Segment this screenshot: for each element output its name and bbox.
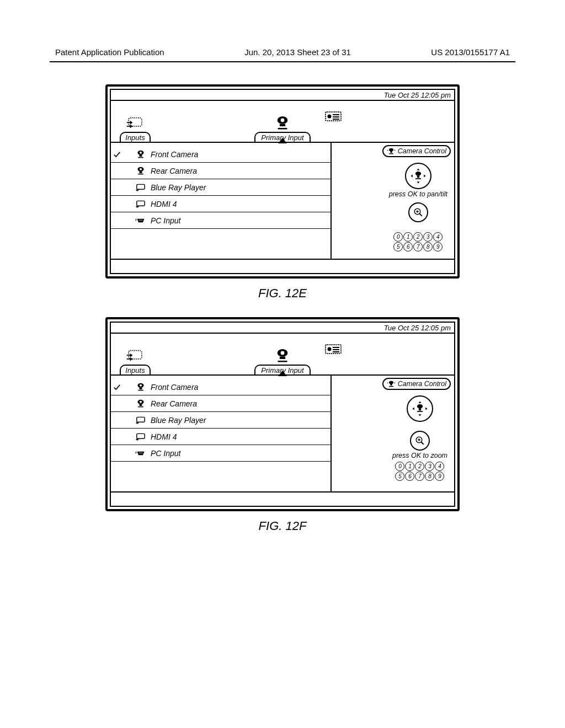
- svg-rect-39: [138, 389, 143, 390]
- status-time: Tue Oct 25 12:05 pm: [384, 91, 451, 99]
- camera-control-badge[interactable]: Camera Control: [382, 145, 451, 157]
- list-item[interactable]: Blue Ray Player: [111, 412, 331, 429]
- svg-point-52: [417, 404, 423, 409]
- figure-12e: Tue Oct 25 12:05 pm Inputs Primary Input: [0, 84, 565, 301]
- preset-button[interactable]: 9: [435, 472, 444, 481]
- device-frame: Tue Oct 25 12:05 pm Inputs Primary Input: [105, 84, 460, 279]
- list-item[interactable]: Front Camera: [111, 146, 331, 163]
- presets: 0 1 2 3 4 5 6 7 8: [395, 462, 444, 481]
- preset-button[interactable]: 5: [395, 472, 404, 481]
- svg-rect-5: [333, 114, 339, 115]
- pan-tilt-button[interactable]: [405, 163, 431, 189]
- list-item[interactable]: Rear Camera: [111, 395, 331, 412]
- pan-tilt-icon: [411, 399, 429, 418]
- svg-rect-35: [333, 351, 339, 352]
- svg-point-46: [139, 452, 140, 453]
- figure-caption: FIG. 12F: [259, 519, 307, 533]
- input-list: Front Camera Rear Camera Blue Ray Player: [111, 143, 332, 259]
- svg-point-21: [389, 148, 393, 152]
- keyboard-icon[interactable]: [325, 110, 342, 122]
- preset-button[interactable]: 2: [413, 232, 423, 242]
- svg-rect-50: [390, 384, 392, 386]
- webcam-icon: [273, 348, 292, 363]
- list-item-label: Front Camera: [151, 383, 198, 392]
- preset-button[interactable]: 3: [423, 232, 433, 242]
- bottom-bar: [111, 491, 454, 506]
- status-time: Tue Oct 25 12:05 pm: [384, 324, 451, 332]
- list-item-label: HDMI 4: [151, 432, 177, 441]
- svg-rect-16: [137, 184, 145, 189]
- svg-point-30: [281, 351, 285, 355]
- figure-12f: Tue Oct 25 12:05 pm Inputs Primary Input: [0, 317, 565, 533]
- preset-button[interactable]: 5: [393, 242, 403, 251]
- svg-rect-6: [333, 116, 339, 117]
- camera-control-panel: Camera Control press OK to pan/tilt: [332, 143, 454, 259]
- hdmi-icon: [135, 432, 146, 441]
- svg-rect-42: [140, 404, 142, 405]
- list-item[interactable]: HDMI 4: [111, 196, 331, 212]
- webcam-icon: [273, 115, 292, 131]
- list-item[interactable]: Front Camera: [111, 379, 331, 395]
- zoom-in-icon: [415, 436, 425, 446]
- svg-rect-51: [389, 386, 393, 387]
- svg-rect-23: [389, 153, 393, 154]
- camera-control-icon: [387, 380, 396, 388]
- vga-icon: [135, 216, 146, 225]
- list-item-label: Blue Ray Player: [151, 416, 206, 425]
- tab-inputs[interactable]: Inputs: [113, 348, 157, 374]
- list-item[interactable]: PC Input: [111, 445, 331, 462]
- preset-button[interactable]: 2: [415, 462, 424, 471]
- preset-button[interactable]: 6: [405, 472, 414, 481]
- list-item-label: Rear Camera: [151, 399, 197, 408]
- list-item[interactable]: Blue Ray Player: [111, 179, 331, 196]
- preset-button[interactable]: 9: [433, 242, 443, 251]
- preset-button[interactable]: 1: [405, 462, 414, 471]
- list-item[interactable]: HDMI 4: [111, 429, 331, 445]
- inputs-icon: [126, 115, 145, 131]
- list-item[interactable]: Rear Camera: [111, 163, 331, 179]
- tab-inputs[interactable]: Inputs: [113, 115, 157, 142]
- svg-rect-11: [138, 157, 143, 158]
- preset-button[interactable]: 6: [403, 242, 413, 251]
- svg-rect-45: [137, 433, 145, 438]
- header-rule: [50, 61, 515, 62]
- svg-point-32: [328, 347, 332, 351]
- svg-point-41: [140, 400, 142, 403]
- list-item-label: Rear Camera: [151, 167, 197, 175]
- preset-button[interactable]: 7: [415, 472, 424, 481]
- preset-button[interactable]: 8: [423, 242, 433, 251]
- preset-button[interactable]: 0: [393, 232, 403, 242]
- preset-button[interactable]: 8: [425, 472, 434, 481]
- camera-control-badge[interactable]: Camera Control: [382, 378, 451, 390]
- svg-rect-17: [137, 201, 145, 206]
- keyboard-icon[interactable]: [325, 342, 342, 355]
- svg-rect-34: [333, 349, 339, 350]
- preset-button[interactable]: 3: [425, 462, 434, 471]
- arrow-up-icon: [278, 371, 287, 376]
- list-item[interactable]: PC Input: [111, 212, 331, 229]
- svg-rect-15: [138, 173, 143, 174]
- svg-point-4: [328, 115, 332, 119]
- svg-point-47: [140, 452, 141, 453]
- camera-control-icon: [387, 147, 396, 155]
- preset-button[interactable]: 7: [413, 242, 423, 251]
- svg-point-9: [140, 151, 142, 153]
- list-item-label: PC Input: [151, 216, 180, 225]
- arrow-up-icon: [278, 138, 287, 143]
- header-left: Patent Application Publication: [55, 47, 164, 57]
- preset-button[interactable]: 4: [433, 232, 443, 242]
- hdmi-icon: [135, 183, 146, 192]
- svg-point-20: [142, 220, 143, 221]
- preset-button[interactable]: 0: [395, 462, 404, 471]
- zoom-button[interactable]: [410, 431, 430, 451]
- top-tabs: Inputs Primary Input: [111, 101, 454, 142]
- zoom-button[interactable]: [408, 202, 428, 222]
- preset-button[interactable]: 1: [403, 232, 413, 242]
- header-center: Jun. 20, 2013 Sheet 23 of 31: [244, 47, 351, 57]
- pan-tilt-button[interactable]: [407, 395, 433, 422]
- svg-point-18: [139, 220, 140, 221]
- webcam-icon: [135, 383, 146, 392]
- list-item-label: Front Camera: [151, 150, 198, 159]
- list-item-label: Blue Ray Player: [151, 183, 206, 192]
- preset-button[interactable]: 4: [435, 462, 444, 471]
